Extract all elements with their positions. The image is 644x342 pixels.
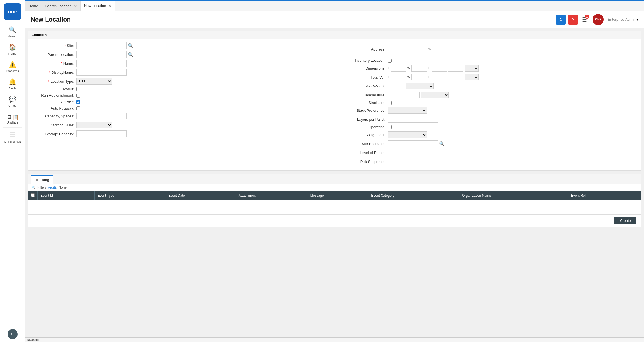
tracking-tab[interactable]: Tracking (31, 175, 53, 184)
sidebar-item-chats[interactable]: 💬 Chats (0, 93, 25, 110)
total-vol-inputs: L W H ft (388, 74, 479, 80)
row-site-resource: Site Resource: 🔍 (337, 140, 638, 147)
parent-location-input-group: 🔍 (76, 51, 133, 58)
label-run-replenishment: Run Replenishment: (32, 93, 76, 98)
totalvol-unit-input[interactable] (448, 74, 463, 80)
label-layers-per-pallet: Layers per Pallet: (337, 117, 388, 122)
menus-favs-icon: ☰ (10, 132, 15, 139)
dim-unit-input[interactable] (448, 65, 463, 72)
tab-new-location-close[interactable]: ✕ (108, 4, 112, 8)
storage-uom-select[interactable]: EA CS (76, 122, 112, 128)
row-level-of-reach: Level of Reach: (337, 149, 638, 156)
site-resource-search-button[interactable]: 🔍 (439, 141, 445, 146)
sidebar-item-problems[interactable]: ⚠️ Problems (0, 58, 25, 75)
row-temperature: Temperature: °F °C (337, 92, 638, 98)
filter-edit-link[interactable]: (edit): (48, 186, 57, 189)
tab-new-location[interactable]: New Location ✕ (81, 1, 115, 11)
name-input[interactable] (76, 60, 127, 67)
totalvol-l-input[interactable] (391, 74, 406, 80)
sidebar-item-search[interactable]: 🔍 Search (0, 23, 25, 41)
tab-home[interactable]: Home (25, 1, 42, 11)
tab-home-label: Home (29, 4, 38, 8)
dim-w-input[interactable] (411, 65, 427, 72)
sidebar-divider-1 (3, 111, 22, 111)
sidebar-item-home[interactable]: 🏠 Home (0, 41, 25, 58)
location-type-select[interactable]: Cell Aisle Bay Level Position (76, 78, 112, 85)
tab-search-location[interactable]: Search Location ✕ (42, 1, 81, 11)
label-site-resource: Site Resource: (337, 142, 388, 146)
home-icon: 🏠 (9, 44, 16, 51)
page-header: New Location ↻ ✕ ☰ 1 ONE Enterprise Admi… (25, 11, 644, 28)
user-dropdown[interactable]: Enterprise Admin ▾ (608, 17, 638, 22)
temp-unit-select[interactable]: °F °C (421, 92, 449, 98)
row-stack-preference: Stack Preference: (337, 107, 638, 114)
tab-search-location-close[interactable]: ✕ (74, 4, 77, 8)
active-checkbox[interactable] (76, 100, 80, 104)
totalvol-w-input[interactable] (411, 74, 427, 80)
auto-putaway-checkbox[interactable] (76, 106, 80, 110)
row-storage-capacity: Storage Capacity: (32, 130, 332, 137)
label-total-vol: Total Vol: (337, 75, 388, 79)
tab-new-location-label: New Location (84, 4, 106, 8)
row-auto-putaway: Auto Putaway: (32, 106, 332, 110)
address-edit-button[interactable]: ✎ (428, 47, 431, 51)
sidebar-user-avatar-bottom[interactable]: U (0, 326, 25, 342)
temperature-inputs: °F °C (388, 92, 449, 98)
max-weight-input[interactable] (388, 83, 404, 89)
dim-l-label: L (388, 66, 390, 70)
create-button[interactable]: Create (614, 217, 636, 224)
row-operating: Operating: (337, 125, 638, 129)
label-storage-capacity: Storage Capacity: (32, 132, 76, 136)
select-all-checkbox[interactable] (31, 193, 35, 197)
max-weight-inputs: lb kg (388, 83, 434, 89)
sidebar-item-switch[interactable]: 🖥 📋 Switch (0, 113, 25, 126)
row-assignment: Assignment: (337, 131, 638, 138)
label-assignment: Assignment: (337, 133, 388, 137)
refresh-button[interactable]: ↻ (556, 15, 566, 25)
row-max-weight: Max Weight: lb kg (337, 83, 638, 89)
sidebar-label-home: Home (8, 52, 16, 55)
site-search-button[interactable]: 🔍 (128, 43, 133, 48)
pick-sequence-input[interactable] (388, 158, 438, 165)
stackable-checkbox[interactable] (388, 101, 392, 105)
label-operating: Operating: (337, 125, 388, 129)
assignment-select[interactable] (388, 131, 427, 138)
row-layers-per-pallet: Layers per Pallet: (337, 116, 638, 123)
filter-search-icon: 🔍 (32, 186, 36, 189)
label-stackable: Stackable: (337, 101, 388, 105)
operating-checkbox[interactable] (388, 125, 392, 129)
max-weight-unit-select[interactable]: lb kg (406, 83, 434, 89)
notification-button[interactable]: ☰ 1 (582, 16, 587, 23)
dim-h-input[interactable] (432, 65, 447, 72)
totalvol-h-input[interactable] (432, 74, 447, 80)
totalvol-unit-select[interactable]: ft (465, 74, 479, 80)
th-attachment: Attachment (236, 191, 307, 200)
site-input[interactable] (76, 42, 127, 49)
layers-per-pallet-input[interactable] (388, 116, 438, 123)
display-name-input[interactable] (76, 69, 127, 76)
site-resource-group: 🔍 (388, 140, 445, 147)
sidebar-item-menus-favs[interactable]: ☰ Menus/Favs (0, 129, 25, 146)
storage-capacity-input[interactable] (76, 130, 127, 137)
stack-preference-select[interactable] (388, 107, 427, 114)
address-textarea[interactable] (388, 42, 427, 56)
app-logo: one (4, 3, 21, 20)
capacity-spaces-input[interactable] (76, 113, 127, 119)
default-checkbox[interactable] (76, 87, 80, 91)
parent-location-search-button[interactable]: 🔍 (128, 52, 133, 57)
level-of-reach-input[interactable] (388, 149, 438, 156)
parent-location-input[interactable] (76, 51, 127, 58)
avatar-text: ONE (595, 18, 601, 21)
chats-icon: 💬 (9, 96, 16, 103)
dim-l-input[interactable] (391, 65, 406, 72)
totalvol-h-label: H (428, 75, 430, 79)
close-button[interactable]: ✕ (568, 15, 578, 25)
notification-badge: 1 (585, 15, 589, 19)
site-resource-input[interactable] (388, 140, 438, 147)
run-replenishment-checkbox[interactable] (76, 94, 80, 98)
temp-min-input[interactable] (388, 92, 403, 98)
inventory-location-checkbox[interactable] (388, 59, 392, 63)
sidebar-item-alerts[interactable]: 🔔 Alerts (0, 75, 25, 93)
temp-max-input[interactable] (404, 92, 420, 98)
dim-unit-select[interactable]: ft m (465, 65, 479, 72)
